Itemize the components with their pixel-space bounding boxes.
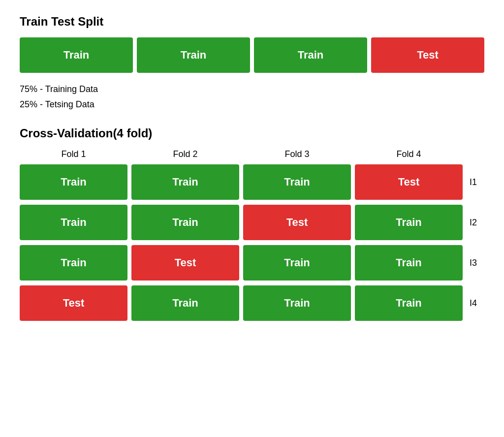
train-test-split-title: Train Test Split (20, 15, 484, 29)
cv-i1-block-3: Test (355, 164, 463, 200)
cv-row-i4: Test Train Train Train I4 (20, 285, 484, 321)
cv-i2-block-1: Train (131, 205, 239, 240)
cross-validation-section: Cross-Validation(4 fold) Fold 1 Fold 2 F… (20, 126, 484, 321)
cv-i4-block-3: Train (355, 285, 463, 321)
cv-row-i1: Train Train Train Test I1 (20, 164, 484, 200)
cv-i1-block-1: Train (131, 164, 239, 200)
stat-line-2: 25% - Tetsing Data (20, 97, 484, 112)
cross-validation-title: Cross-Validation(4 fold) (20, 126, 484, 140)
cv-i3-block-3: Train (355, 245, 463, 281)
cv-i2-block-2: Test (243, 205, 351, 240)
cv-i1-block-2: Train (243, 164, 351, 200)
fold-headers-row: Fold 1 Fold 2 Fold 3 Fold 4 (20, 149, 484, 159)
fold-header-extra (467, 149, 484, 159)
cv-i3-label: I3 (467, 258, 484, 268)
cv-i3-block-2: Train (243, 245, 351, 281)
tts-block-3: Test (371, 37, 484, 73)
fold-header-3: Fold 3 (243, 149, 351, 159)
stat-line-1: 75% - Training Data (20, 82, 484, 97)
train-test-split-section: Train Test Split Train Train Train Test … (20, 15, 484, 112)
cv-i3-block-1: Test (131, 245, 239, 281)
cv-row-i3: Train Test Train Train I3 (20, 245, 484, 281)
fold-header-4: Fold 4 (355, 149, 463, 159)
cv-i2-label: I2 (467, 218, 484, 228)
cv-i2-block-3: Train (355, 205, 463, 240)
fold-header-1: Fold 1 (20, 149, 127, 159)
cv-i2-block-0: Train (20, 205, 127, 240)
tts-block-0: Train (20, 37, 133, 73)
cv-i4-label: I4 (467, 298, 484, 309)
cv-i1-block-0: Train (20, 164, 127, 200)
cv-i4-block-0: Test (20, 285, 127, 321)
cv-i3-block-0: Train (20, 245, 127, 281)
fold-header-2: Fold 2 (131, 149, 239, 159)
tts-block-2: Train (254, 37, 367, 73)
stats-text: 75% - Training Data 25% - Tetsing Data (20, 82, 484, 112)
cv-i1-label: I1 (467, 177, 484, 187)
cv-i4-block-1: Train (131, 285, 239, 321)
cv-i4-block-2: Train (243, 285, 351, 321)
tts-block-1: Train (137, 37, 250, 73)
cv-row-i2: Train Train Test Train I2 (20, 205, 484, 240)
train-test-blocks-row: Train Train Train Test (20, 37, 484, 73)
